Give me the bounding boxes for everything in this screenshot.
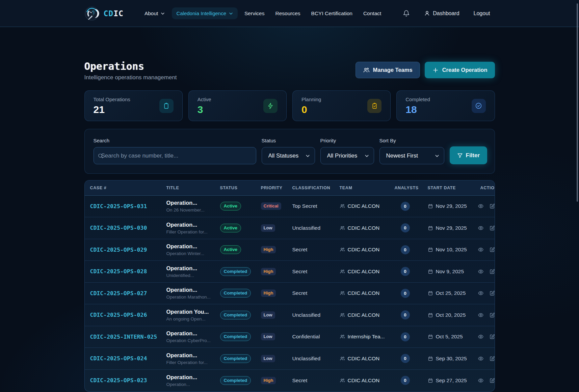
edit-operation-button[interactable] xyxy=(489,247,495,253)
table-row[interactable]: CDIC-2025-OPS-030 Operation... Filler Op… xyxy=(85,217,495,239)
view-operation-button[interactable] xyxy=(478,334,484,340)
operation-title: Operation... xyxy=(166,287,212,293)
view-operation-button[interactable] xyxy=(478,203,484,209)
table-row[interactable]: CDIC-2025-INTERN-025 Operation... Operat… xyxy=(85,326,495,348)
start-date-text: Oct 25, 2025 xyxy=(436,290,466,296)
classification-text: Confidential xyxy=(292,334,320,339)
view-operation-button[interactable] xyxy=(478,377,484,384)
search-input[interactable] xyxy=(94,147,256,164)
filter-button-label: Filter xyxy=(466,152,480,159)
filter-button[interactable]: Filter xyxy=(450,146,488,164)
edit-operation-button[interactable] xyxy=(489,269,495,275)
stat-value: 21 xyxy=(94,104,130,115)
status-filter-label: Status xyxy=(262,138,315,143)
start-date-text: Oct 20, 2025 xyxy=(436,312,466,318)
nav-item-resources[interactable]: Resources xyxy=(275,10,300,17)
table-row[interactable]: CDIC-2025-OPS-026 Operation You... An on… xyxy=(85,304,495,326)
column-header-start-date: START DATE xyxy=(422,180,475,195)
users-icon xyxy=(340,312,345,318)
case-number-link[interactable]: CDIC-2025-OPS-029 xyxy=(90,247,147,253)
view-operation-button[interactable] xyxy=(478,312,484,318)
operation-title: Operation... xyxy=(166,374,212,381)
nav-dashboard[interactable]: Dashboard xyxy=(424,10,459,17)
bell-icon xyxy=(403,10,410,17)
users-icon xyxy=(340,225,345,231)
edit-operation-button[interactable] xyxy=(489,290,495,296)
calendar-icon xyxy=(428,203,433,209)
plus-icon xyxy=(432,67,439,74)
operation-subtitle: Filler Operation for... xyxy=(166,229,212,234)
edit-operation-button[interactable] xyxy=(489,203,495,209)
priority-badge: Low xyxy=(261,311,275,319)
nav-item-contact[interactable]: Contact xyxy=(363,10,381,17)
status-select[interactable]: All Statuses xyxy=(262,147,315,164)
table-row[interactable]: CDIC-2025-OPS-023 Operation... Operation… xyxy=(85,369,495,391)
nav-item-caledonia-intelligence[interactable]: Caledonia Intelligence xyxy=(172,7,238,19)
table-row[interactable]: CDIC-2025-OPS-029 Operation... Operation… xyxy=(85,239,495,261)
priority-badge: High xyxy=(261,377,276,384)
chevron-down-icon xyxy=(160,11,165,16)
status-badge: Active xyxy=(220,224,241,232)
calendar-icon xyxy=(428,225,433,231)
edit-icon xyxy=(489,356,495,362)
view-operation-button[interactable] xyxy=(478,269,484,275)
chevron-down-icon xyxy=(229,11,233,16)
table-row[interactable]: CDIC-2025-OPS-024 Operation... Filler Op… xyxy=(85,348,495,370)
operation-subtitle: Operation Marathon... xyxy=(166,295,212,300)
edit-operation-button[interactable] xyxy=(489,334,495,340)
case-number-link[interactable]: CDIC-2025-OPS-026 xyxy=(90,312,147,318)
case-number-link[interactable]: CDIC-2025-OPS-024 xyxy=(90,355,147,362)
priority-filter-label: Priority xyxy=(320,138,374,143)
stat-label: Planning xyxy=(301,96,321,102)
edit-operation-button[interactable] xyxy=(489,312,495,318)
brand[interactable]: CDIC xyxy=(84,6,124,21)
edit-operation-button[interactable] xyxy=(489,356,495,362)
case-number-link[interactable]: CDIC-2025-OPS-023 xyxy=(90,377,147,384)
column-header-priority: PRIORITY xyxy=(256,180,287,195)
calendar-icon xyxy=(428,269,433,274)
case-number-link[interactable]: CDIC-2025-OPS-028 xyxy=(90,268,147,275)
create-operation-button[interactable]: Create Operation xyxy=(425,62,495,78)
logout-button[interactable]: Logout xyxy=(474,10,490,17)
user-icon xyxy=(424,10,430,17)
table-row[interactable]: CDIC-2025-OPS-027 Operation... Operation… xyxy=(85,282,495,304)
view-operation-button[interactable] xyxy=(478,290,484,296)
classification-text: Unclassified xyxy=(292,356,321,361)
edit-operation-button[interactable] xyxy=(489,377,495,384)
table-row[interactable]: CDIC-2025-OPS-031 Operation... On 26 Nov… xyxy=(85,195,495,217)
column-header-title: TITLE xyxy=(161,180,215,195)
view-operation-button[interactable] xyxy=(478,247,484,253)
stat-card-active: Active 3 xyxy=(188,90,287,121)
navbar: CDIC About Caledonia Intelligence Servic… xyxy=(0,0,579,27)
view-operation-button[interactable] xyxy=(478,356,484,362)
team-name: CDIC ALCON xyxy=(348,356,380,362)
eye-icon xyxy=(478,247,484,253)
view-operation-button[interactable] xyxy=(478,225,484,231)
operations-table-card: CASE # TITLE STATUS PRIORITY CLASSIFICAT… xyxy=(84,180,495,392)
users-icon xyxy=(340,269,345,274)
analysts-count-badge: 0 xyxy=(401,376,410,385)
table-row[interactable]: CDIC-2025-OPS-028 Operation... Unidentif… xyxy=(85,261,495,283)
analysts-count-badge: 0 xyxy=(401,310,410,319)
team-name: CDIC ALCON xyxy=(348,247,380,253)
start-date-text: Nov 29, 2025 xyxy=(436,225,467,231)
stat-label: Total Operations xyxy=(94,96,130,102)
nav-item-services[interactable]: Services xyxy=(244,10,264,17)
nav-item-about[interactable]: About xyxy=(144,10,165,17)
start-date-text: Nov 10, 2025 xyxy=(436,247,467,253)
analysts-count-badge: 0 xyxy=(401,223,410,232)
edit-operation-button[interactable] xyxy=(489,225,495,231)
case-number-link[interactable]: CDIC-2025-OPS-031 xyxy=(90,203,147,209)
case-number-link[interactable]: CDIC-2025-OPS-027 xyxy=(90,290,147,297)
operation-title: Operation... xyxy=(166,200,212,206)
sort-by-select[interactable]: Newest First xyxy=(379,147,444,164)
notifications-button[interactable] xyxy=(403,10,410,17)
case-number-link[interactable]: CDIC-2025-INTERN-025 xyxy=(90,334,157,340)
page-subtitle: Intelligence operations management xyxy=(84,74,177,81)
manage-teams-button[interactable]: Manage Teams xyxy=(356,62,420,78)
case-number-link[interactable]: CDIC-2025-OPS-030 xyxy=(90,225,147,231)
nav-item-bcyi-certification[interactable]: BCYI Certification xyxy=(311,10,352,17)
page-scrollbar[interactable] xyxy=(577,3,578,202)
filter-bar: Search Status All Statuses Priority All … xyxy=(84,129,495,174)
priority-select[interactable]: All Priorities xyxy=(320,147,374,164)
